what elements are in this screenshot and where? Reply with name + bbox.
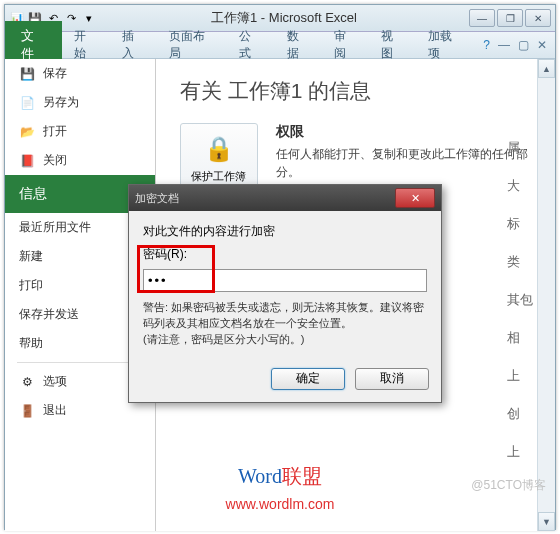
watermark-url: www.wordlm.com xyxy=(0,496,560,512)
permissions-title: 权限 xyxy=(276,123,531,141)
doc-close-icon[interactable]: ✕ xyxy=(537,38,547,52)
close-icon: 📕 xyxy=(19,153,35,169)
truncated-properties: 属 大 标 类 其包 相 上 创 上 xyxy=(507,139,533,461)
ribbon-help: ? — ▢ ✕ xyxy=(475,38,555,52)
restore-button[interactable]: ❐ xyxy=(497,9,523,27)
permissions-section: 🔒 保护工作簿 权限 任何人都能打开、复制和更改此工作簿的任何部分。 xyxy=(180,123,531,193)
doc-restore-icon[interactable]: ▢ xyxy=(518,38,529,52)
ribbon-min-icon[interactable]: — xyxy=(498,38,510,52)
sidebar-save[interactable]: 💾保存 xyxy=(5,59,155,88)
separator xyxy=(17,362,143,363)
password-warning: 警告: 如果密码被丢失或遗忘，则无法将其恢复。建议将密码列表及其相应文档名放在一… xyxy=(143,300,427,348)
encrypt-dialog: 加密文档 ✕ 对此文件的内容进行加密 密码(R): 警告: 如果密码被丢失或遗忘… xyxy=(128,184,442,403)
save-icon: 💾 xyxy=(19,66,35,82)
dialog-titlebar[interactable]: 加密文档 ✕ xyxy=(129,185,441,211)
options-icon: ⚙ xyxy=(19,374,35,390)
ok-button[interactable]: 确定 xyxy=(271,368,345,390)
protect-workbook-button[interactable]: 🔒 保护工作簿 xyxy=(180,123,258,193)
page-title: 有关 工作簿1 的信息 xyxy=(180,77,531,105)
scroll-down-icon[interactable]: ▼ xyxy=(538,512,555,531)
vertical-scrollbar[interactable]: ▲ ▼ xyxy=(537,59,555,531)
sidebar-saveas[interactable]: 📄另存为 xyxy=(5,88,155,117)
dialog-instruction: 对此文件的内容进行加密 xyxy=(143,223,427,240)
lock-icon: 🔒 xyxy=(203,133,235,165)
help-icon[interactable]: ? xyxy=(483,38,490,52)
scroll-track[interactable] xyxy=(538,77,555,513)
password-label: 密码(R): xyxy=(143,246,427,263)
saveas-icon: 📄 xyxy=(19,95,35,111)
open-icon: 📂 xyxy=(19,124,35,140)
password-input[interactable] xyxy=(143,269,427,292)
scroll-up-icon[interactable]: ▲ xyxy=(538,59,555,78)
cancel-button[interactable]: 取消 xyxy=(355,368,429,390)
dialog-title: 加密文档 xyxy=(135,191,179,206)
sidebar-open[interactable]: 📂打开 xyxy=(5,117,155,146)
close-button[interactable]: ✕ xyxy=(525,9,551,27)
permissions-desc: 任何人都能打开、复制和更改此工作簿的任何部分。 xyxy=(276,145,531,181)
window-controls: — ❐ ✕ xyxy=(467,9,555,27)
exit-icon: 🚪 xyxy=(19,403,35,419)
dialog-close-button[interactable]: ✕ xyxy=(395,188,435,208)
permissions-text: 权限 任何人都能打开、复制和更改此工作簿的任何部分。 xyxy=(276,123,531,193)
corner-watermark: @51CTO博客 xyxy=(471,477,546,494)
ribbon-tabs: 文件 开始 插入 页面布局 公式 数据 审阅 视图 加载项 ? — ▢ ✕ xyxy=(5,32,555,59)
sidebar-close[interactable]: 📕关闭 xyxy=(5,146,155,175)
